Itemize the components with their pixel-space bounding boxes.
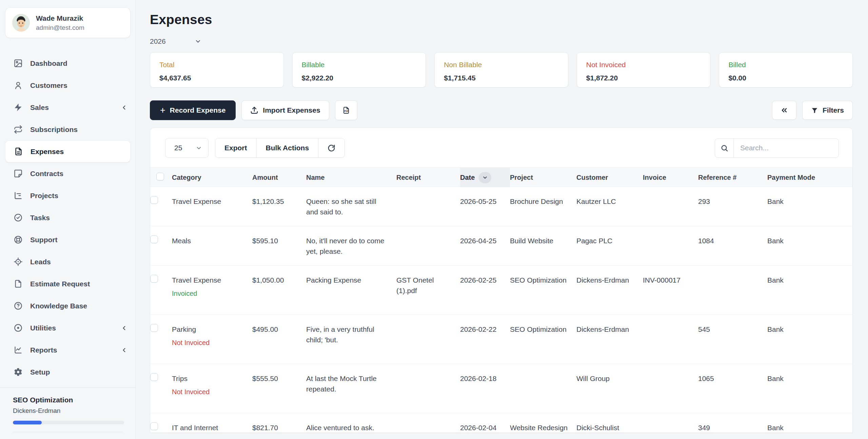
cell-date: 2026-02-18 xyxy=(460,364,510,413)
cell-project: SEO Optimization xyxy=(510,315,576,364)
page-size-select[interactable]: 25 xyxy=(165,138,209,158)
cell-project xyxy=(510,364,576,413)
sidebar-item-tasks[interactable]: Tasks xyxy=(0,207,136,229)
column-header-category[interactable]: Category xyxy=(172,174,252,182)
sidebar-item-label: Tasks xyxy=(30,214,127,222)
sidebar-item-contracts[interactable]: Contracts xyxy=(0,163,136,185)
cell-receipt[interactable] xyxy=(396,413,460,433)
row-checkbox[interactable] xyxy=(150,422,158,430)
sidebar-item-subscriptions[interactable]: Subscriptions xyxy=(0,118,136,140)
row-checkbox[interactable] xyxy=(150,275,158,283)
sidebar-item-setup[interactable]: Setup xyxy=(0,361,136,383)
collapse-summary-button[interactable] xyxy=(772,101,796,120)
sidebar-item-knowledge-base[interactable]: Knowledge Base xyxy=(0,295,136,317)
life-buoy-icon xyxy=(14,235,23,244)
cell-reference: 545 xyxy=(698,315,767,364)
filter-icon xyxy=(811,107,818,114)
cell-date: 2026-02-04 xyxy=(460,413,510,433)
cell-date: 2026-05-25 xyxy=(460,187,510,226)
refresh-button[interactable] xyxy=(318,138,344,157)
summary-card: Billable $2,922.20 xyxy=(292,52,426,88)
project-widget[interactable]: SEO Optimization Dickens-Erdman xyxy=(0,387,136,439)
column-header-project[interactable]: Project xyxy=(510,174,576,182)
table-toolbar: 25 Export Bulk Actions xyxy=(150,128,852,167)
sort-desc-indicator[interactable] xyxy=(479,172,491,183)
year-select[interactable]: 2026 xyxy=(150,37,201,45)
column-header-reference[interactable]: Reference # xyxy=(698,174,767,182)
file-icon xyxy=(14,279,23,288)
table-row[interactable]: Travel Expense $1,120.35 Queen: so she s… xyxy=(150,187,852,226)
sidebar-item-reports[interactable]: Reports xyxy=(0,339,136,361)
sidebar-item-label: Customers xyxy=(30,81,127,90)
cell-date: 2026-04-25 xyxy=(460,226,510,265)
row-checkbox[interactable] xyxy=(150,324,158,332)
cell-invoice xyxy=(643,315,698,364)
status-badge: Invoiced xyxy=(172,288,245,299)
cell-receipt[interactable] xyxy=(396,226,460,265)
sidebar-item-label: Setup xyxy=(30,368,127,376)
row-checkbox[interactable] xyxy=(150,235,158,243)
cell-name: Alice ventured to ask. 'Suppose we. xyxy=(306,413,396,433)
cell-receipt[interactable]: GST Onetel (1).pdf xyxy=(396,266,460,314)
sidebar-item-projects[interactable]: Projects xyxy=(0,185,136,207)
cell-payment-mode: Bank xyxy=(767,315,852,364)
row-checkbox[interactable] xyxy=(150,196,158,204)
summary-card: Not Invoiced $1,872.20 xyxy=(577,52,711,88)
upload-icon xyxy=(250,106,258,114)
search-icon xyxy=(715,139,734,157)
summary-card: Non Billable $1,715.45 xyxy=(434,52,568,88)
cell-customer: Will Group xyxy=(576,364,643,413)
cell-reference: 1065 xyxy=(698,364,767,413)
sidebar-item-label: Dashboard xyxy=(30,59,127,68)
select-all-checkbox[interactable] xyxy=(156,173,164,180)
sidebar-item-customers[interactable]: Customers xyxy=(0,74,136,96)
sidebar-item-leads[interactable]: Leads xyxy=(0,251,136,273)
sidebar-item-estimate-request[interactable]: Estimate Request xyxy=(0,273,136,295)
export-button[interactable]: Export xyxy=(215,138,256,157)
double-chevron-left-icon xyxy=(780,106,788,114)
table-row[interactable]: Parking Not Invoiced $495.00 Five, in a … xyxy=(150,315,852,364)
search-input[interactable] xyxy=(734,144,839,152)
record-expense-button[interactable]: + Record Expense xyxy=(150,100,236,120)
sidebar-item-sales[interactable]: Sales xyxy=(0,96,136,118)
table-row[interactable]: Trips Not Invoiced $555.50 At last the M… xyxy=(150,364,852,413)
column-header-amount[interactable]: Amount xyxy=(252,174,306,182)
column-header-payment-mode[interactable]: Payment Mode xyxy=(767,174,852,182)
cell-name: Packing Expense xyxy=(306,266,396,314)
column-header-date[interactable]: Date xyxy=(460,168,510,187)
line-chart-icon xyxy=(14,345,23,355)
sidebar-item-label: Expenses xyxy=(31,148,122,156)
repeat-icon xyxy=(14,125,23,134)
sidebar-item-support[interactable]: Support xyxy=(0,229,136,251)
column-header-receipt[interactable]: Receipt xyxy=(396,174,460,182)
column-header-invoice[interactable]: Invoice xyxy=(643,174,698,182)
table-row[interactable]: Meals $595.10 No, it'll never do to come… xyxy=(150,226,852,266)
cell-invoice xyxy=(643,413,698,433)
sidebar-item-utilities[interactable]: Utilities xyxy=(0,317,136,339)
sidebar-item-label: Leads xyxy=(30,258,127,266)
import-expenses-button[interactable]: Import Expenses xyxy=(241,100,329,120)
cell-receipt[interactable] xyxy=(396,315,460,364)
sidebar-item-dashboard[interactable]: Dashboard xyxy=(0,52,136,74)
table-row[interactable]: IT and Internet Expenses Not Invoiced $8… xyxy=(150,413,852,433)
cell-category: IT and Internet Expenses Not Invoiced xyxy=(172,413,252,433)
pdf-export-button[interactable]: PDF xyxy=(335,100,357,120)
summary-card: Total $4,637.65 xyxy=(150,52,284,88)
row-checkbox[interactable] xyxy=(150,373,158,381)
project-widget-name: SEO Optimization xyxy=(13,396,123,404)
cell-customer: Dicki-Schulist xyxy=(576,413,643,433)
profile-card[interactable]: Wade Murazik admin@test.com xyxy=(5,7,131,38)
summary-card-label: Non Billable xyxy=(444,61,559,69)
cell-receipt[interactable] xyxy=(396,187,460,226)
cell-receipt[interactable] xyxy=(396,364,460,413)
column-header-customer[interactable]: Customer xyxy=(576,174,643,182)
bulk-actions-button[interactable]: Bulk Actions xyxy=(256,138,318,157)
summary-card-label: Total xyxy=(159,61,274,69)
disc-icon xyxy=(14,323,23,332)
cell-amount: $1,050.00 xyxy=(252,266,306,314)
sidebar-item-expenses[interactable]: Expenses xyxy=(5,140,131,163)
filters-button[interactable]: Filters xyxy=(802,101,853,120)
table-row[interactable]: Travel Expense Invoiced $1,050.00 Packin… xyxy=(150,266,852,315)
file-text-icon xyxy=(14,147,23,156)
column-header-name[interactable]: Name xyxy=(306,174,396,182)
